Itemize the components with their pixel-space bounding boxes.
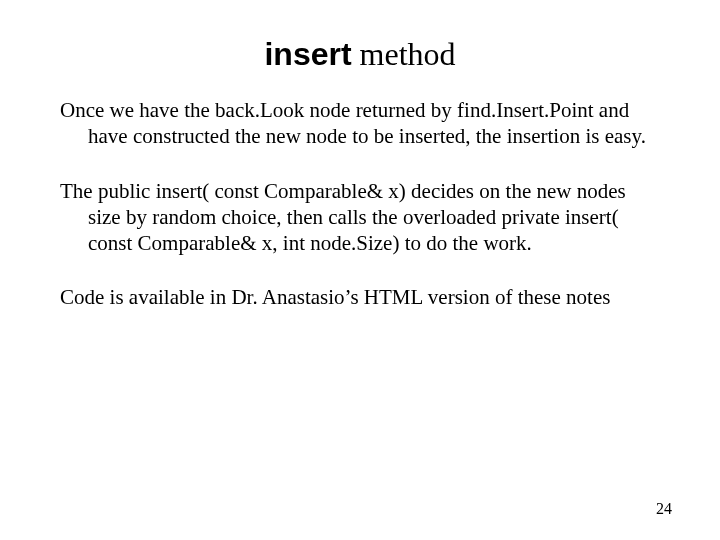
page-number: 24 <box>656 500 672 518</box>
paragraph-3: Code is available in Dr. Anastasio’s HTM… <box>60 284 660 310</box>
title-code-word: insert <box>264 36 351 72</box>
paragraph-1: Once we have the back.Look node returned… <box>60 97 660 150</box>
title-rest: method <box>352 36 456 72</box>
slide: insert method Once we have the back.Look… <box>0 0 720 540</box>
paragraph-2: The public insert( const Comparable& x) … <box>60 178 660 257</box>
slide-title: insert method <box>60 36 660 73</box>
